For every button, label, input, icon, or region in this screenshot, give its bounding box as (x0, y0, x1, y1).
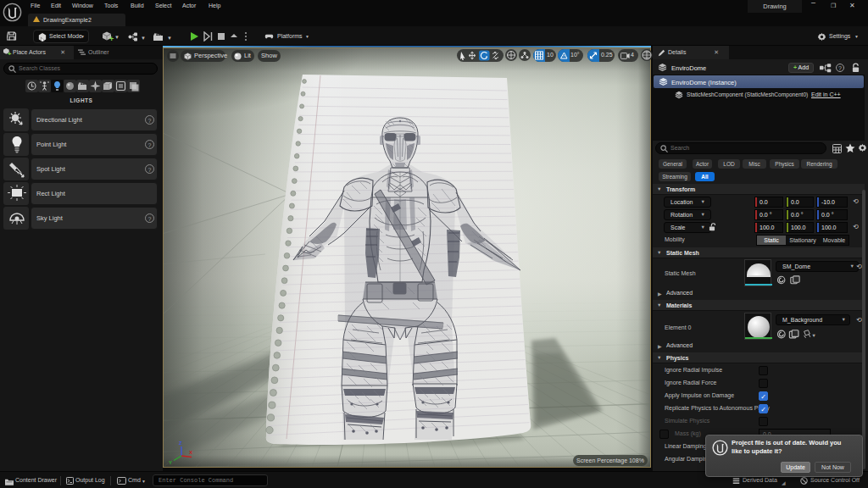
svg-text:▼: ▼ (141, 36, 146, 41)
svg-text:▼: ▼ (167, 36, 172, 41)
svg-text:Y: Y (169, 460, 172, 465)
svg-text:X: X (189, 450, 192, 455)
svg-text:+: + (109, 35, 114, 42)
svg-text:Z: Z (179, 441, 182, 446)
svg-text:+: + (8, 50, 12, 57)
svg-text:▼: ▼ (811, 333, 816, 338)
svg-text:▼: ▼ (114, 35, 120, 40)
